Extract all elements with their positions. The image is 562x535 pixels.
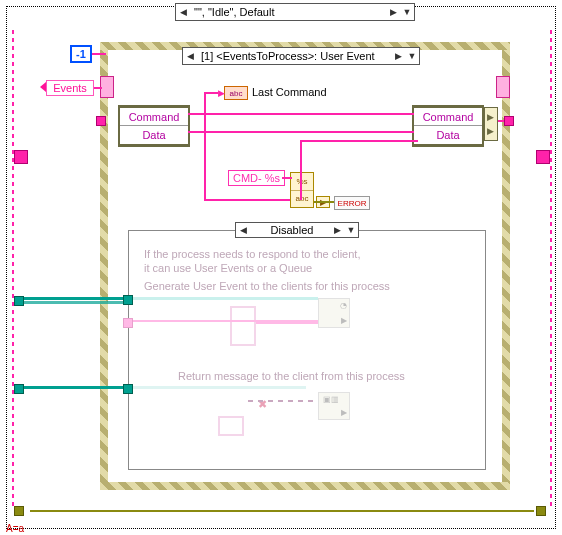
tunnel-icon <box>504 116 514 126</box>
tunnel-icon <box>536 506 546 516</box>
tunnel-icon <box>14 296 24 306</box>
ret-cluster-constant[interactable] <box>218 416 244 436</box>
outer-case-selector[interactable]: ◀ "", "Idle", Default ▶ ▼ <box>175 3 415 21</box>
footer-text: A=a <box>6 523 24 534</box>
disabled-dropdown-icon[interactable]: ▼ <box>344 222 358 238</box>
tunnel-icon <box>14 506 24 516</box>
tunnel-icon <box>123 295 133 305</box>
case-prev-icon[interactable]: ◀ <box>176 4 190 20</box>
disabled-gen-label: Generate User Event to the clients for t… <box>144 280 390 292</box>
tunnel-icon <box>536 150 550 164</box>
last-command-type-icon: abc <box>224 86 248 100</box>
tunnel-icon <box>14 150 28 164</box>
unbundle-row-command: Command <box>120 108 188 126</box>
format-string-constant[interactable]: CMD- %s <box>228 170 285 186</box>
dynamic-event-left-icon <box>100 76 114 98</box>
bundle-output-icon: ▶ ▶ <box>484 107 498 141</box>
case-dropdown-icon[interactable]: ▼ <box>400 4 414 20</box>
disabled-label: Disabled <box>250 224 330 236</box>
format-into-string-node[interactable]: %s abc <box>290 172 314 208</box>
last-command-arrow-icon: ▶ <box>218 88 225 98</box>
case-next-icon[interactable]: ▶ <box>386 4 400 20</box>
bundle-row-data: Data <box>414 126 482 144</box>
return-message-node[interactable]: ▣▥ ▶ <box>318 392 350 420</box>
disabled-selector[interactable]: ◀ Disabled ▶ ▼ <box>235 222 359 238</box>
event-case-label: [1] <EventsToProcess>: User Event <box>197 50 391 62</box>
outer-case-label: "", "Idle", Default <box>190 6 386 18</box>
format-cell-bottom: abc <box>291 191 313 208</box>
minus-one-constant[interactable]: -1 <box>70 45 92 63</box>
tunnel-icon <box>14 384 24 394</box>
generate-user-event-node[interactable]: ◔ ▶ <box>318 298 350 328</box>
events-terminal[interactable]: Events <box>46 80 94 96</box>
event-prev-icon[interactable]: ◀ <box>183 48 197 64</box>
bundle-cluster[interactable]: Command Data <box>414 105 482 147</box>
error-indicator: ERROR <box>334 196 370 210</box>
dynamic-event-right-icon <box>496 76 510 98</box>
disabled-comment-2: it can use User Events or a Queue <box>144 262 312 274</box>
broken-wire-icon: ✖ <box>258 398 267 411</box>
tunnel-icon <box>123 318 133 328</box>
unbundle-cluster[interactable]: Command Data <box>120 105 188 147</box>
event-case-selector[interactable]: ◀ [1] <EventsToProcess>: User Event ▶ ▼ <box>182 47 420 65</box>
tunnel-icon <box>123 384 133 394</box>
disabled-prev-icon[interactable]: ◀ <box>236 222 250 238</box>
disabled-next-icon[interactable]: ▶ <box>330 222 344 238</box>
gen-event-cluster-constant[interactable] <box>230 306 256 346</box>
disabled-ret-label: Return message to the client from this p… <box>178 370 405 382</box>
unbundle-row-data: Data <box>120 126 188 144</box>
format-output-icon: ▶ <box>316 196 330 208</box>
disabled-comment-1: If the process needs to respond to the c… <box>144 248 360 260</box>
event-next-icon[interactable]: ▶ <box>391 48 405 64</box>
event-dropdown-icon[interactable]: ▼ <box>405 48 419 64</box>
tunnel-icon <box>96 116 106 126</box>
format-cell-top: %s <box>291 173 313 191</box>
last-command-label: Last Command <box>252 86 327 98</box>
bundle-row-command: Command <box>414 108 482 126</box>
